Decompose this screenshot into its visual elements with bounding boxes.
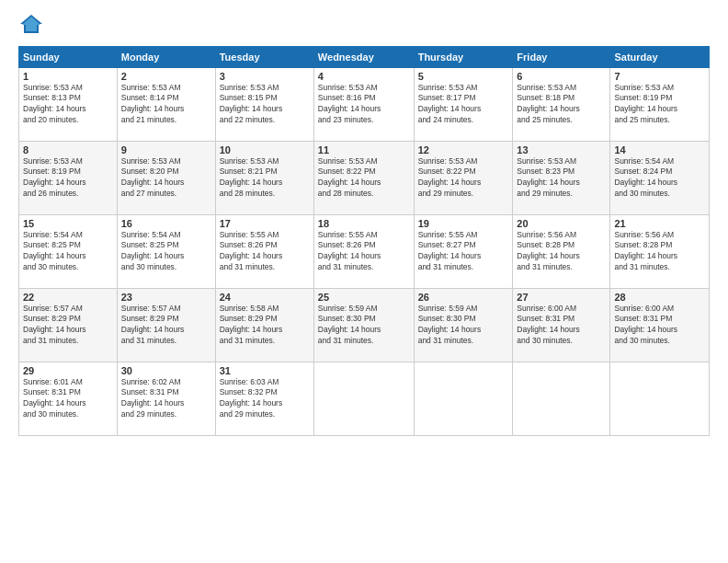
- day-info: Sunrise: 6:03 AM Sunset: 8:32 PM Dayligh…: [220, 377, 310, 421]
- day-cell: 9Sunrise: 5:53 AM Sunset: 8:20 PM Daylig…: [117, 141, 215, 214]
- day-cell: 20Sunrise: 5:56 AM Sunset: 8:28 PM Dayli…: [513, 214, 610, 288]
- day-cell: 30Sunrise: 6:02 AM Sunset: 8:31 PM Dayli…: [117, 362, 215, 435]
- day-cell: 26Sunrise: 5:59 AM Sunset: 8:30 PM Dayli…: [414, 288, 513, 362]
- day-number: 15: [23, 218, 113, 229]
- day-cell: 7Sunrise: 5:53 AM Sunset: 8:19 PM Daylig…: [610, 67, 710, 141]
- calendar-table: SundayMondayTuesdayWednesdayThursdayFrid…: [18, 46, 710, 436]
- col-header-saturday: Saturday: [610, 46, 710, 67]
- day-info: Sunrise: 5:53 AM Sunset: 8:18 PM Dayligh…: [517, 83, 606, 127]
- col-header-wednesday: Wednesday: [313, 46, 414, 67]
- week-row-5: 29Sunrise: 6:01 AM Sunset: 8:31 PM Dayli…: [19, 362, 710, 435]
- day-cell: 27Sunrise: 6:00 AM Sunset: 8:31 PM Dayli…: [513, 288, 610, 362]
- day-number: 16: [121, 218, 211, 229]
- day-number: 5: [418, 71, 509, 82]
- day-info: Sunrise: 5:55 AM Sunset: 8:26 PM Dayligh…: [318, 230, 410, 274]
- day-number: 20: [517, 218, 606, 229]
- day-info: Sunrise: 5:57 AM Sunset: 8:29 PM Dayligh…: [121, 304, 211, 348]
- week-row-3: 15Sunrise: 5:54 AM Sunset: 8:25 PM Dayli…: [19, 214, 710, 288]
- day-number: 19: [418, 218, 509, 229]
- day-info: Sunrise: 5:53 AM Sunset: 8:17 PM Dayligh…: [418, 83, 509, 127]
- day-cell: 5Sunrise: 5:53 AM Sunset: 8:17 PM Daylig…: [414, 67, 513, 141]
- day-number: 23: [121, 292, 211, 303]
- col-header-tuesday: Tuesday: [215, 46, 313, 67]
- day-info: Sunrise: 5:54 AM Sunset: 8:25 PM Dayligh…: [121, 230, 211, 274]
- day-cell: 22Sunrise: 5:57 AM Sunset: 8:29 PM Dayli…: [19, 288, 118, 362]
- day-cell: 8Sunrise: 5:53 AM Sunset: 8:19 PM Daylig…: [19, 141, 118, 214]
- day-number: 28: [614, 292, 705, 303]
- day-number: 11: [318, 144, 410, 155]
- day-cell: [313, 362, 414, 435]
- day-number: 3: [220, 71, 310, 82]
- day-number: 25: [318, 292, 410, 303]
- week-row-1: 1Sunrise: 5:53 AM Sunset: 8:13 PM Daylig…: [19, 67, 710, 141]
- col-header-friday: Friday: [513, 46, 610, 67]
- day-cell: 18Sunrise: 5:55 AM Sunset: 8:26 PM Dayli…: [313, 214, 414, 288]
- day-number: 7: [614, 71, 705, 82]
- day-info: Sunrise: 5:53 AM Sunset: 8:13 PM Dayligh…: [23, 83, 113, 127]
- day-number: 30: [121, 365, 211, 376]
- day-number: 13: [517, 144, 606, 155]
- day-info: Sunrise: 5:56 AM Sunset: 8:28 PM Dayligh…: [517, 230, 606, 274]
- day-info: Sunrise: 5:57 AM Sunset: 8:29 PM Dayligh…: [23, 304, 113, 348]
- day-info: Sunrise: 5:56 AM Sunset: 8:28 PM Dayligh…: [614, 230, 705, 274]
- day-number: 24: [220, 292, 310, 303]
- day-cell: 19Sunrise: 5:55 AM Sunset: 8:27 PM Dayli…: [414, 214, 513, 288]
- day-info: Sunrise: 5:53 AM Sunset: 8:19 PM Dayligh…: [23, 156, 113, 201]
- day-number: 6: [517, 71, 606, 82]
- day-cell: [414, 362, 513, 435]
- day-number: 29: [23, 365, 113, 376]
- day-number: 27: [517, 292, 606, 303]
- day-info: Sunrise: 6:02 AM Sunset: 8:31 PM Dayligh…: [121, 377, 211, 421]
- day-cell: [610, 362, 710, 435]
- day-number: 8: [23, 144, 113, 155]
- day-info: Sunrise: 5:53 AM Sunset: 8:23 PM Dayligh…: [517, 156, 606, 201]
- day-cell: 15Sunrise: 5:54 AM Sunset: 8:25 PM Dayli…: [19, 214, 118, 288]
- week-row-2: 8Sunrise: 5:53 AM Sunset: 8:19 PM Daylig…: [19, 141, 710, 214]
- day-info: Sunrise: 5:53 AM Sunset: 8:15 PM Dayligh…: [220, 83, 310, 127]
- day-cell: 23Sunrise: 5:57 AM Sunset: 8:29 PM Dayli…: [117, 288, 215, 362]
- day-cell: 31Sunrise: 6:03 AM Sunset: 8:32 PM Dayli…: [215, 362, 313, 435]
- day-cell: 17Sunrise: 5:55 AM Sunset: 8:26 PM Dayli…: [215, 214, 313, 288]
- day-number: 31: [220, 365, 310, 376]
- day-info: Sunrise: 5:53 AM Sunset: 8:14 PM Dayligh…: [121, 83, 211, 127]
- day-cell: 25Sunrise: 5:59 AM Sunset: 8:30 PM Dayli…: [313, 288, 414, 362]
- col-header-sunday: Sunday: [19, 46, 118, 67]
- day-number: 26: [418, 292, 509, 303]
- day-cell: 4Sunrise: 5:53 AM Sunset: 8:16 PM Daylig…: [313, 67, 414, 141]
- day-cell: 10Sunrise: 5:53 AM Sunset: 8:21 PM Dayli…: [215, 141, 313, 214]
- day-cell: 14Sunrise: 5:54 AM Sunset: 8:24 PM Dayli…: [610, 141, 710, 214]
- day-info: Sunrise: 5:54 AM Sunset: 8:24 PM Dayligh…: [614, 156, 705, 201]
- day-info: Sunrise: 6:00 AM Sunset: 8:31 PM Dayligh…: [614, 304, 705, 348]
- week-row-4: 22Sunrise: 5:57 AM Sunset: 8:29 PM Dayli…: [19, 288, 710, 362]
- day-cell: 12Sunrise: 5:53 AM Sunset: 8:22 PM Dayli…: [414, 141, 513, 214]
- day-info: Sunrise: 5:53 AM Sunset: 8:22 PM Dayligh…: [418, 156, 509, 201]
- day-number: 10: [220, 144, 310, 155]
- page: SundayMondayTuesdayWednesdayThursdayFrid…: [0, 0, 728, 563]
- day-number: 14: [614, 144, 705, 155]
- day-info: Sunrise: 5:53 AM Sunset: 8:22 PM Dayligh…: [318, 156, 410, 201]
- day-cell: 2Sunrise: 5:53 AM Sunset: 8:14 PM Daylig…: [117, 67, 215, 141]
- day-number: 4: [318, 71, 410, 82]
- day-number: 1: [23, 71, 113, 82]
- day-info: Sunrise: 5:59 AM Sunset: 8:30 PM Dayligh…: [418, 304, 509, 348]
- header: [18, 15, 710, 39]
- day-cell: 29Sunrise: 6:01 AM Sunset: 8:31 PM Dayli…: [19, 362, 118, 435]
- day-number: 12: [418, 144, 509, 155]
- logo-icon: [20, 15, 42, 33]
- day-info: Sunrise: 5:53 AM Sunset: 8:21 PM Dayligh…: [220, 156, 310, 201]
- day-number: 21: [614, 218, 705, 229]
- day-number: 2: [121, 71, 211, 82]
- day-cell: 16Sunrise: 5:54 AM Sunset: 8:25 PM Dayli…: [117, 214, 215, 288]
- day-cell: 3Sunrise: 5:53 AM Sunset: 8:15 PM Daylig…: [215, 67, 313, 141]
- day-cell: 24Sunrise: 5:58 AM Sunset: 8:29 PM Dayli…: [215, 288, 313, 362]
- logo: [18, 15, 42, 39]
- col-header-monday: Monday: [117, 46, 215, 67]
- day-info: Sunrise: 6:00 AM Sunset: 8:31 PM Dayligh…: [517, 304, 606, 348]
- day-cell: 1Sunrise: 5:53 AM Sunset: 8:13 PM Daylig…: [19, 67, 118, 141]
- day-info: Sunrise: 5:53 AM Sunset: 8:16 PM Dayligh…: [318, 83, 410, 127]
- calendar-header-row: SundayMondayTuesdayWednesdayThursdayFrid…: [19, 46, 710, 67]
- day-cell: 21Sunrise: 5:56 AM Sunset: 8:28 PM Dayli…: [610, 214, 710, 288]
- day-info: Sunrise: 5:53 AM Sunset: 8:20 PM Dayligh…: [121, 156, 211, 201]
- day-number: 17: [220, 218, 310, 229]
- col-header-thursday: Thursday: [414, 46, 513, 67]
